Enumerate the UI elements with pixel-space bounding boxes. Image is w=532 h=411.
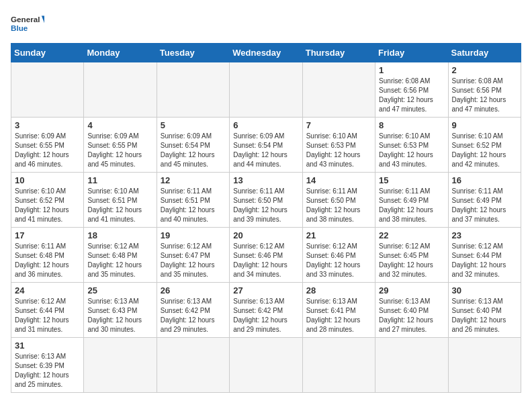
logo: General Blue: [11, 11, 44, 38]
calendar-cell: 2Sunrise: 6:08 AM Sunset: 6:56 PM Daylig…: [448, 62, 521, 118]
calendar-header-row: SundayMondayTuesdayWednesdayThursdayFrid…: [11, 44, 521, 62]
day-info: Sunrise: 6:13 AM Sunset: 6:39 PM Dayligh…: [15, 352, 80, 390]
day-number: 12: [161, 175, 226, 185]
calendar-cell: [11, 62, 84, 118]
calendar-cell: [230, 62, 302, 118]
header-saturday: Saturday: [448, 44, 521, 62]
calendar-cell: [375, 338, 448, 393]
calendar-week-row: 1Sunrise: 6:08 AM Sunset: 6:56 PM Daylig…: [11, 62, 521, 118]
day-info: Sunrise: 6:13 AM Sunset: 6:40 PM Dayligh…: [379, 297, 444, 334]
day-number: 9: [452, 120, 517, 130]
calendar-cell: 26Sunrise: 6:13 AM Sunset: 6:42 PM Dayli…: [157, 283, 229, 338]
day-number: 2: [452, 65, 517, 75]
day-info: Sunrise: 6:13 AM Sunset: 6:40 PM Dayligh…: [452, 297, 517, 334]
calendar-cell: 15Sunrise: 6:11 AM Sunset: 6:49 PM Dayli…: [375, 173, 448, 228]
day-info: Sunrise: 6:12 AM Sunset: 6:47 PM Dayligh…: [161, 242, 226, 279]
calendar-cell: 6Sunrise: 6:09 AM Sunset: 6:54 PM Daylig…: [230, 118, 302, 173]
calendar-week-row: 17Sunrise: 6:11 AM Sunset: 6:48 PM Dayli…: [11, 228, 521, 283]
header-tuesday: Tuesday: [157, 44, 229, 62]
day-number: 1: [379, 65, 444, 75]
calendar-cell: 9Sunrise: 6:10 AM Sunset: 6:52 PM Daylig…: [448, 118, 521, 173]
calendar-cell: [448, 338, 521, 393]
day-number: 18: [87, 230, 152, 240]
calendar-cell: 24Sunrise: 6:12 AM Sunset: 6:44 PM Dayli…: [11, 283, 84, 338]
day-number: 24: [15, 285, 80, 295]
header-thursday: Thursday: [302, 44, 375, 62]
day-number: 26: [161, 285, 226, 295]
day-info: Sunrise: 6:11 AM Sunset: 6:48 PM Dayligh…: [15, 242, 80, 279]
calendar-cell: 8Sunrise: 6:10 AM Sunset: 6:53 PM Daylig…: [375, 118, 448, 173]
day-number: 19: [161, 230, 226, 240]
calendar-cell: 30Sunrise: 6:13 AM Sunset: 6:40 PM Dayli…: [448, 283, 521, 338]
day-info: Sunrise: 6:12 AM Sunset: 6:46 PM Dayligh…: [306, 242, 371, 279]
day-number: 23: [452, 230, 517, 240]
day-info: Sunrise: 6:08 AM Sunset: 6:56 PM Dayligh…: [379, 77, 444, 114]
svg-marker-2: [42, 16, 44, 24]
calendar-cell: [157, 338, 229, 393]
calendar-cell: [302, 62, 375, 118]
calendar-cell: [84, 62, 157, 118]
day-info: Sunrise: 6:08 AM Sunset: 6:56 PM Dayligh…: [452, 77, 517, 114]
day-number: 5: [161, 120, 226, 130]
calendar-cell: 3Sunrise: 6:09 AM Sunset: 6:55 PM Daylig…: [11, 118, 84, 173]
calendar-cell: 17Sunrise: 6:11 AM Sunset: 6:48 PM Dayli…: [11, 228, 84, 283]
day-number: 21: [306, 230, 371, 240]
calendar-cell: 16Sunrise: 6:11 AM Sunset: 6:49 PM Dayli…: [448, 173, 521, 228]
calendar-cell: 27Sunrise: 6:13 AM Sunset: 6:42 PM Dayli…: [230, 283, 302, 338]
day-info: Sunrise: 6:11 AM Sunset: 6:51 PM Dayligh…: [161, 187, 226, 224]
day-number: 8: [379, 120, 444, 130]
day-number: 6: [233, 120, 298, 130]
day-info: Sunrise: 6:12 AM Sunset: 6:46 PM Dayligh…: [233, 242, 298, 279]
calendar-cell: 1Sunrise: 6:08 AM Sunset: 6:56 PM Daylig…: [375, 62, 448, 118]
calendar-table: SundayMondayTuesdayWednesdayThursdayFrid…: [11, 43, 521, 393]
calendar-cell: 7Sunrise: 6:10 AM Sunset: 6:53 PM Daylig…: [302, 118, 375, 173]
day-info: Sunrise: 6:11 AM Sunset: 6:50 PM Dayligh…: [233, 187, 298, 224]
calendar-cell: 12Sunrise: 6:11 AM Sunset: 6:51 PM Dayli…: [157, 173, 229, 228]
day-info: Sunrise: 6:10 AM Sunset: 6:53 PM Dayligh…: [306, 132, 371, 169]
day-number: 13: [233, 175, 298, 185]
calendar-cell: 19Sunrise: 6:12 AM Sunset: 6:47 PM Dayli…: [157, 228, 229, 283]
calendar-cell: [84, 338, 157, 393]
day-info: Sunrise: 6:09 AM Sunset: 6:54 PM Dayligh…: [233, 132, 298, 169]
day-number: 15: [379, 175, 444, 185]
day-number: 17: [15, 230, 80, 240]
day-info: Sunrise: 6:09 AM Sunset: 6:55 PM Dayligh…: [87, 132, 152, 169]
day-number: 22: [379, 230, 444, 240]
calendar-cell: 28Sunrise: 6:13 AM Sunset: 6:41 PM Dayli…: [302, 283, 375, 338]
day-info: Sunrise: 6:12 AM Sunset: 6:44 PM Dayligh…: [452, 242, 517, 279]
header: General Blue: [11, 11, 521, 38]
day-number: 25: [87, 285, 152, 295]
day-number: 29: [379, 285, 444, 295]
day-info: Sunrise: 6:09 AM Sunset: 6:54 PM Dayligh…: [161, 132, 226, 169]
calendar-week-row: 3Sunrise: 6:09 AM Sunset: 6:55 PM Daylig…: [11, 118, 521, 173]
svg-text:General: General: [11, 15, 40, 24]
calendar-cell: 14Sunrise: 6:11 AM Sunset: 6:50 PM Dayli…: [302, 173, 375, 228]
day-number: 16: [452, 175, 517, 185]
calendar-cell: 31Sunrise: 6:13 AM Sunset: 6:39 PM Dayli…: [11, 338, 84, 393]
header-wednesday: Wednesday: [230, 44, 302, 62]
day-info: Sunrise: 6:13 AM Sunset: 6:42 PM Dayligh…: [233, 297, 298, 334]
calendar-cell: 11Sunrise: 6:10 AM Sunset: 6:51 PM Dayli…: [84, 173, 157, 228]
calendar-cell: [230, 338, 302, 393]
calendar-cell: 4Sunrise: 6:09 AM Sunset: 6:55 PM Daylig…: [84, 118, 157, 173]
calendar-cell: 18Sunrise: 6:12 AM Sunset: 6:48 PM Dayli…: [84, 228, 157, 283]
calendar-cell: [157, 62, 229, 118]
header-friday: Friday: [375, 44, 448, 62]
calendar-cell: [302, 338, 375, 393]
day-number: 27: [233, 285, 298, 295]
header-sunday: Sunday: [11, 44, 84, 62]
day-info: Sunrise: 6:12 AM Sunset: 6:45 PM Dayligh…: [379, 242, 444, 279]
calendar-cell: 10Sunrise: 6:10 AM Sunset: 6:52 PM Dayli…: [11, 173, 84, 228]
day-info: Sunrise: 6:13 AM Sunset: 6:42 PM Dayligh…: [161, 297, 226, 334]
day-number: 10: [15, 175, 80, 185]
calendar-cell: 29Sunrise: 6:13 AM Sunset: 6:40 PM Dayli…: [375, 283, 448, 338]
calendar-cell: 13Sunrise: 6:11 AM Sunset: 6:50 PM Dayli…: [230, 173, 302, 228]
day-info: Sunrise: 6:12 AM Sunset: 6:44 PM Dayligh…: [15, 297, 80, 334]
day-info: Sunrise: 6:13 AM Sunset: 6:43 PM Dayligh…: [87, 297, 152, 334]
day-number: 4: [87, 120, 152, 130]
calendar-cell: 23Sunrise: 6:12 AM Sunset: 6:44 PM Dayli…: [448, 228, 521, 283]
day-info: Sunrise: 6:11 AM Sunset: 6:50 PM Dayligh…: [306, 187, 371, 224]
day-info: Sunrise: 6:11 AM Sunset: 6:49 PM Dayligh…: [379, 187, 444, 224]
day-number: 11: [87, 175, 152, 185]
day-info: Sunrise: 6:10 AM Sunset: 6:52 PM Dayligh…: [15, 187, 80, 224]
